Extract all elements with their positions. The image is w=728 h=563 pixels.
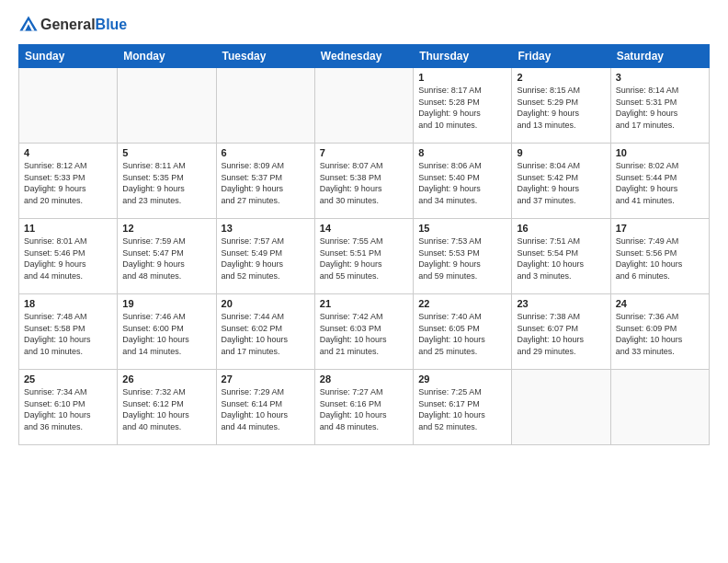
calendar-week-row: 25Sunrise: 7:34 AM Sunset: 6:10 PM Dayli… [19,370,710,445]
day-info: Sunrise: 8:09 AM Sunset: 5:37 PM Dayligh… [222,160,310,206]
calendar-cell: 9Sunrise: 8:04 AM Sunset: 5:42 PM Daylig… [512,144,610,219]
day-info: Sunrise: 7:29 AM Sunset: 6:14 PM Dayligh… [222,386,310,432]
day-number: 8 [418,147,506,158]
day-number: 14 [320,223,408,234]
day-number: 7 [320,147,408,158]
weekday-header: Tuesday [216,45,314,68]
day-number: 5 [122,147,210,158]
calendar-cell: 22Sunrise: 7:40 AM Sunset: 6:05 PM Dayli… [414,294,512,370]
day-info: Sunrise: 8:06 AM Sunset: 5:40 PM Dayligh… [418,160,506,206]
calendar-cell [314,68,413,144]
day-number: 20 [222,298,310,309]
day-number: 26 [122,373,210,385]
day-number: 16 [517,223,605,234]
day-number: 22 [418,298,506,309]
day-info: Sunrise: 8:12 AM Sunset: 5:33 PM Dayligh… [24,160,112,206]
calendar-cell: 21Sunrise: 7:42 AM Sunset: 6:03 PM Dayli… [314,294,413,370]
day-info: Sunrise: 7:27 AM Sunset: 6:16 PM Dayligh… [320,386,408,432]
day-info: Sunrise: 7:46 AM Sunset: 6:00 PM Dayligh… [122,311,210,357]
day-info: Sunrise: 8:14 AM Sunset: 5:31 PM Dayligh… [616,85,704,131]
calendar-cell: 4Sunrise: 8:12 AM Sunset: 5:33 PM Daylig… [19,144,118,219]
calendar-cell: 8Sunrise: 8:06 AM Sunset: 5:40 PM Daylig… [414,144,512,219]
weekday-header: Wednesday [314,45,413,68]
day-number: 3 [616,72,704,83]
day-number: 17 [616,223,704,234]
day-info: Sunrise: 7:32 AM Sunset: 6:12 PM Dayligh… [122,386,210,432]
day-info: Sunrise: 8:17 AM Sunset: 5:28 PM Dayligh… [418,85,506,131]
day-info: Sunrise: 7:49 AM Sunset: 5:56 PM Dayligh… [616,236,704,282]
day-info: Sunrise: 8:01 AM Sunset: 5:46 PM Dayligh… [24,236,112,282]
calendar-cell: 28Sunrise: 7:27 AM Sunset: 6:16 PM Dayli… [314,370,413,445]
day-number: 13 [222,223,310,234]
day-number: 28 [320,373,408,385]
calendar-cell: 29Sunrise: 7:25 AM Sunset: 6:17 PM Dayli… [414,370,512,445]
calendar-cell: 15Sunrise: 7:53 AM Sunset: 5:53 PM Dayli… [414,219,512,294]
day-info: Sunrise: 8:02 AM Sunset: 5:44 PM Dayligh… [616,160,704,206]
calendar-cell: 7Sunrise: 8:07 AM Sunset: 5:38 PM Daylig… [314,144,413,219]
day-number: 25 [24,373,112,385]
day-info: Sunrise: 7:48 AM Sunset: 5:58 PM Dayligh… [24,311,112,357]
day-number: 11 [24,223,112,234]
calendar: SundayMondayTuesdayWednesdayThursdayFrid… [18,44,710,445]
calendar-cell [512,370,610,445]
day-info: Sunrise: 7:42 AM Sunset: 6:03 PM Dayligh… [320,311,408,357]
calendar-cell: 16Sunrise: 7:51 AM Sunset: 5:54 PM Dayli… [512,219,610,294]
day-info: Sunrise: 7:53 AM Sunset: 5:53 PM Dayligh… [418,236,506,282]
calendar-cell: 20Sunrise: 7:44 AM Sunset: 6:02 PM Dayli… [216,294,314,370]
logo: GeneralBlue [18,15,127,35]
calendar-cell: 23Sunrise: 7:38 AM Sunset: 6:07 PM Dayli… [512,294,610,370]
day-number: 1 [418,72,506,83]
weekday-header: Friday [512,45,610,68]
day-number: 12 [122,223,210,234]
calendar-week-row: 18Sunrise: 7:48 AM Sunset: 5:58 PM Dayli… [19,294,710,370]
day-number: 23 [517,298,605,309]
calendar-cell: 6Sunrise: 8:09 AM Sunset: 5:37 PM Daylig… [216,144,314,219]
calendar-cell: 25Sunrise: 7:34 AM Sunset: 6:10 PM Dayli… [19,370,118,445]
day-number: 6 [222,147,310,158]
day-info: Sunrise: 7:38 AM Sunset: 6:07 PM Dayligh… [517,311,605,357]
day-number: 21 [320,298,408,309]
logo-icon [18,15,39,35]
calendar-cell: 10Sunrise: 8:02 AM Sunset: 5:44 PM Dayli… [610,144,709,219]
weekday-header: Monday [118,45,216,68]
calendar-cell: 19Sunrise: 7:46 AM Sunset: 6:00 PM Dayli… [118,294,216,370]
day-info: Sunrise: 7:57 AM Sunset: 5:49 PM Dayligh… [222,236,310,282]
day-number: 9 [517,147,605,158]
calendar-cell [19,68,118,144]
calendar-week-row: 1Sunrise: 8:17 AM Sunset: 5:28 PM Daylig… [19,68,710,144]
day-info: Sunrise: 7:59 AM Sunset: 5:47 PM Dayligh… [122,236,210,282]
day-number: 4 [24,147,112,158]
weekday-header-row: SundayMondayTuesdayWednesdayThursdayFrid… [19,45,710,68]
calendar-cell: 17Sunrise: 7:49 AM Sunset: 5:56 PM Dayli… [610,219,709,294]
day-info: Sunrise: 7:44 AM Sunset: 6:02 PM Dayligh… [222,311,310,357]
calendar-cell [610,370,709,445]
day-info: Sunrise: 7:51 AM Sunset: 5:54 PM Dayligh… [517,236,605,282]
day-number: 29 [418,373,506,385]
calendar-week-row: 4Sunrise: 8:12 AM Sunset: 5:33 PM Daylig… [19,144,710,219]
logo-text: GeneralBlue [40,17,127,33]
header: GeneralBlue [18,15,710,35]
calendar-cell: 26Sunrise: 7:32 AM Sunset: 6:12 PM Dayli… [118,370,216,445]
calendar-cell: 5Sunrise: 8:11 AM Sunset: 5:35 PM Daylig… [118,144,216,219]
day-number: 24 [616,298,704,309]
calendar-cell [118,68,216,144]
day-number: 10 [616,147,704,158]
day-info: Sunrise: 7:34 AM Sunset: 6:10 PM Dayligh… [24,386,112,432]
page-container: GeneralBlue SundayMondayTuesdayWednesday… [0,0,728,454]
day-info: Sunrise: 8:11 AM Sunset: 5:35 PM Dayligh… [122,160,210,206]
day-number: 27 [222,373,310,385]
day-info: Sunrise: 8:04 AM Sunset: 5:42 PM Dayligh… [517,160,605,206]
calendar-cell [216,68,314,144]
weekday-header: Sunday [19,45,118,68]
calendar-cell: 27Sunrise: 7:29 AM Sunset: 6:14 PM Dayli… [216,370,314,445]
day-number: 18 [24,298,112,309]
day-number: 2 [517,72,605,83]
day-info: Sunrise: 8:15 AM Sunset: 5:29 PM Dayligh… [517,85,605,131]
calendar-cell: 11Sunrise: 8:01 AM Sunset: 5:46 PM Dayli… [19,219,118,294]
calendar-cell: 1Sunrise: 8:17 AM Sunset: 5:28 PM Daylig… [414,68,512,144]
calendar-week-row: 11Sunrise: 8:01 AM Sunset: 5:46 PM Dayli… [19,219,710,294]
day-number: 15 [418,223,506,234]
calendar-cell: 2Sunrise: 8:15 AM Sunset: 5:29 PM Daylig… [512,68,610,144]
day-info: Sunrise: 7:55 AM Sunset: 5:51 PM Dayligh… [320,236,408,282]
day-info: Sunrise: 7:25 AM Sunset: 6:17 PM Dayligh… [418,386,506,432]
